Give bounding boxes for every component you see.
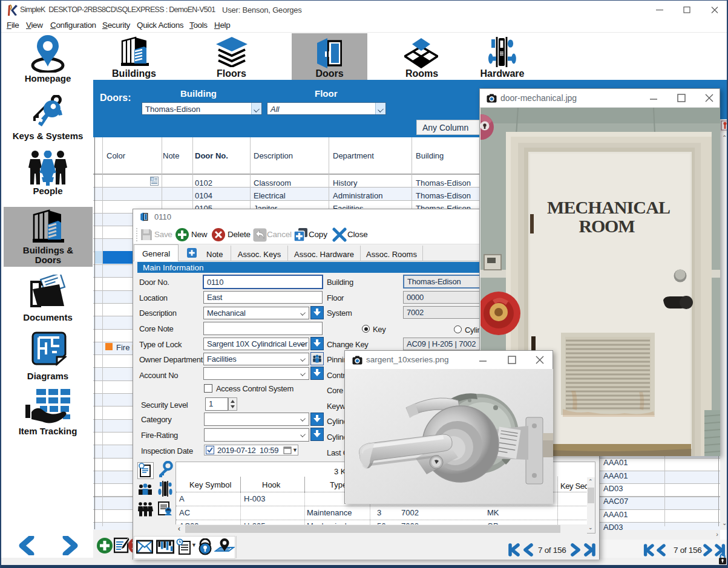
svg-text:MECHANICAL: MECHANICAL	[547, 197, 671, 217]
svg-text:ROOM: ROOM	[579, 216, 635, 236]
